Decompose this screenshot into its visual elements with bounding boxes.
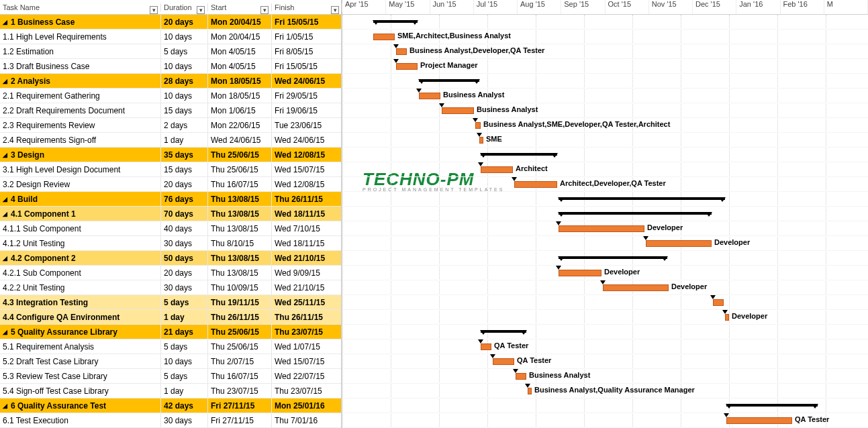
collapse-icon[interactable]: ◢: [3, 329, 9, 335]
table-row[interactable]: ◢6 Quality Assurance Test42 daysFri 27/1…: [0, 398, 341, 413]
task-name-cell[interactable]: 4.1.2 Unit Testing: [0, 236, 161, 250]
finish-cell[interactable]: Thu 26/11/15: [272, 310, 342, 324]
duration-cell[interactable]: 5 days: [161, 369, 208, 383]
duration-cell[interactable]: 15 days: [161, 162, 208, 176]
gantt-row[interactable]: Developer: [342, 280, 868, 295]
duration-cell[interactable]: 20 days: [161, 177, 208, 191]
duration-cell[interactable]: 35 days: [161, 148, 208, 162]
gantt-row[interactable]: SME: [342, 133, 868, 148]
task-name-cell[interactable]: 4.1.1 Sub Component: [0, 221, 161, 235]
task-bar[interactable]: [514, 181, 557, 188]
start-cell[interactable]: Thu 26/11/15: [208, 310, 272, 324]
duration-cell[interactable]: 1 day: [161, 384, 208, 398]
task-bar[interactable]: [726, 417, 792, 424]
table-row[interactable]: 2.3 Requirements Review2 daysMon 22/06/1…: [0, 118, 341, 133]
start-cell[interactable]: Thu 13/08/15: [208, 207, 272, 221]
col-task[interactable]: Task Name▾: [0, 3, 161, 11]
task-name-cell[interactable]: ◢4.2 Component 2: [0, 251, 161, 265]
table-row[interactable]: 2.4 Requirements Sign-off1 dayWed 24/06/…: [0, 133, 341, 148]
duration-cell[interactable]: 42 days: [161, 398, 208, 413]
filter-icon[interactable]: ▾: [150, 6, 158, 14]
table-row[interactable]: ◢2 Analysis28 daysMon 18/05/15Wed 24/06/…: [0, 74, 341, 89]
duration-cell[interactable]: 76 days: [161, 192, 208, 206]
duration-cell[interactable]: 1 day: [161, 133, 208, 147]
task-name-cell[interactable]: 3.2 Design Review: [0, 177, 161, 191]
task-bar[interactable]: [559, 270, 601, 276]
finish-cell[interactable]: Thu 23/07/15: [272, 325, 342, 339]
start-cell[interactable]: Mon 1/06/15: [208, 103, 272, 117]
task-bar[interactable]: [481, 343, 491, 350]
collapse-icon[interactable]: ◢: [3, 19, 9, 25]
finish-cell[interactable]: Wed 24/06/15: [272, 133, 342, 147]
task-name-cell[interactable]: ◢2 Analysis: [0, 74, 161, 88]
task-bar[interactable]: [419, 93, 440, 99]
summary-bar[interactable]: [481, 330, 526, 333]
start-cell[interactable]: Mon 20/04/15: [208, 15, 272, 29]
finish-cell[interactable]: Wed 21/10/15: [272, 280, 342, 295]
gantt-row[interactable]: Project Manager: [342, 59, 868, 74]
finish-cell[interactable]: Mon 25/01/16: [272, 398, 342, 413]
finish-cell[interactable]: Wed 22/07/15: [272, 369, 342, 383]
table-row[interactable]: 4.2.2 Unit Testing30 daysThu 10/09/15Wed…: [0, 280, 341, 295]
duration-cell[interactable]: 10 days: [161, 354, 208, 368]
table-row[interactable]: 4.4 Configure QA Environment1 dayThu 26/…: [0, 310, 341, 325]
finish-cell[interactable]: Wed 18/11/15: [272, 207, 342, 221]
task-bar[interactable]: [646, 240, 712, 247]
collapse-icon[interactable]: ◢: [3, 211, 9, 217]
table-row[interactable]: ◢5 Quality Assurance Library21 daysThu 2…: [0, 325, 341, 339]
finish-cell[interactable]: Fri 1/05/15: [272, 30, 342, 44]
start-cell[interactable]: Mon 18/05/15: [208, 89, 272, 103]
table-row[interactable]: 3.1 High Level Design Document15 daysThu…: [0, 162, 341, 177]
gantt-row[interactable]: Business Analyst: [342, 103, 868, 118]
start-cell[interactable]: Wed 24/06/15: [208, 133, 272, 147]
start-cell[interactable]: Thu 8/10/15: [208, 236, 272, 250]
gantt-row[interactable]: Business Analyst: [342, 369, 868, 384]
gantt-row[interactable]: [342, 251, 868, 266]
task-bar[interactable]: [479, 137, 483, 144]
gantt-row[interactable]: Business Analyst,Quality Assurance Manag…: [342, 384, 868, 398]
task-name-cell[interactable]: 1.3 Draft Business Case: [0, 59, 161, 73]
finish-cell[interactable]: Wed 24/06/15: [272, 74, 342, 88]
duration-cell[interactable]: 21 days: [161, 325, 208, 339]
finish-cell[interactable]: Fri 15/05/15: [272, 59, 342, 73]
table-row[interactable]: 4.3 Integration Testing5 daysThu 19/11/1…: [0, 295, 341, 310]
col-duration[interactable]: Duration▾: [161, 3, 208, 11]
filter-icon[interactable]: ▾: [197, 6, 205, 14]
gantt-row[interactable]: Developer: [342, 221, 868, 236]
finish-cell[interactable]: Wed 15/07/15: [272, 162, 342, 176]
duration-cell[interactable]: 70 days: [161, 207, 208, 221]
task-name-cell[interactable]: 4.3 Integration Testing: [0, 295, 161, 309]
filter-icon[interactable]: ▾: [331, 6, 339, 14]
start-cell[interactable]: Mon 20/04/15: [208, 30, 272, 44]
task-name-cell[interactable]: 4.2.2 Unit Testing: [0, 280, 161, 295]
task-name-cell[interactable]: 5.3 Review Test Case Library: [0, 369, 161, 383]
start-cell[interactable]: Thu 25/06/15: [208, 339, 272, 354]
start-cell[interactable]: Thu 13/08/15: [208, 192, 272, 206]
task-name-cell[interactable]: 3.1 High Level Design Document: [0, 162, 161, 176]
start-cell[interactable]: Thu 25/06/15: [208, 325, 272, 339]
finish-cell[interactable]: Wed 1/07/15: [272, 339, 342, 354]
task-bar[interactable]: [725, 314, 729, 321]
gantt-chart[interactable]: Apr '15May '15Jun '15Jul '15Aug '15Sep '…: [342, 0, 868, 428]
finish-cell[interactable]: Wed 18/11/15: [272, 236, 342, 250]
summary-bar[interactable]: [481, 153, 557, 156]
duration-cell[interactable]: 5 days: [161, 339, 208, 354]
gantt-row[interactable]: Architect,Developer,QA Tester: [342, 177, 868, 192]
task-name-cell[interactable]: 2.2 Draft Requirements Document: [0, 103, 161, 117]
finish-cell[interactable]: Thu 26/11/15: [272, 192, 342, 206]
task-bar[interactable]: [603, 284, 669, 291]
task-name-cell[interactable]: 2.4 Requirements Sign-off: [0, 133, 161, 147]
task-name-cell[interactable]: 1.2 Estimation: [0, 44, 161, 58]
task-name-cell[interactable]: 6.1 Test Execution: [0, 413, 161, 427]
table-row[interactable]: 4.1.1 Sub Component40 daysThu 13/08/15We…: [0, 221, 341, 236]
start-cell[interactable]: Thu 19/11/15: [208, 295, 272, 309]
duration-cell[interactable]: 10 days: [161, 30, 208, 44]
table-row[interactable]: 1.3 Draft Business Case10 daysMon 4/05/1…: [0, 59, 341, 74]
task-name-cell[interactable]: 4.4 Configure QA Environment: [0, 310, 161, 324]
duration-cell[interactable]: 2 days: [161, 118, 208, 132]
start-cell[interactable]: Fri 27/11/15: [208, 398, 272, 413]
filter-icon[interactable]: ▾: [260, 6, 269, 14]
task-name-cell[interactable]: ◢6 Quality Assurance Test: [0, 398, 161, 413]
gantt-row[interactable]: Business Analyst,Developer,QA Tester: [342, 44, 868, 59]
task-name-cell[interactable]: ◢4.1 Component 1: [0, 207, 161, 221]
